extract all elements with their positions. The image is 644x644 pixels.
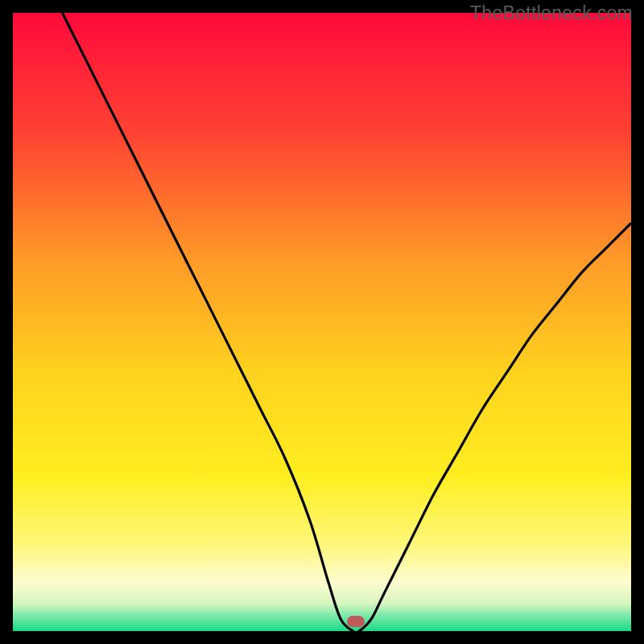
curve-path [62, 13, 631, 633]
optimal-marker [347, 616, 365, 627]
watermark-text: TheBottleneck.com [470, 2, 633, 24]
chart-stage: TheBottleneck.com [0, 0, 644, 644]
bottleneck-curve [13, 13, 631, 631]
